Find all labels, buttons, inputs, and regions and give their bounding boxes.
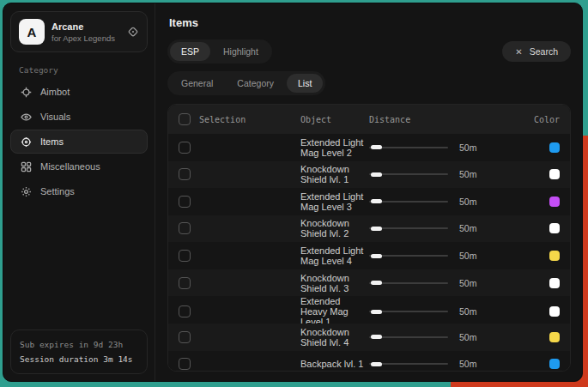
slider-thumb-icon[interactable] — [371, 335, 382, 339]
color-swatch[interactable] — [549, 169, 560, 179]
sidebar-item-items[interactable]: Items — [10, 130, 148, 154]
object-name: Extended Light Mag Level 2 — [300, 137, 369, 158]
object-name: Knockdown Shield lvl. 4 — [300, 327, 369, 348]
select-all-checkbox[interactable] — [179, 113, 191, 125]
sidebar-item-label: Miscellaneous — [40, 161, 100, 172]
main-content: Items ESP Highlight ✕ Search General Cat… — [155, 3, 582, 381]
distance-value: 50m — [459, 306, 476, 317]
sidebar-item-visuals[interactable]: Visuals — [10, 105, 148, 129]
distance-value: 50m — [459, 197, 476, 207]
feature-tabs: ESP Highlight — [167, 39, 272, 63]
distance-slider[interactable] — [369, 279, 448, 287]
slider-thumb-icon[interactable] — [371, 281, 382, 285]
app-title: Arcane — [52, 21, 115, 32]
distance-slider[interactable] — [369, 143, 448, 152]
distance-value: 50m — [459, 359, 476, 369]
column-header-color: Color — [522, 115, 560, 124]
row-checkbox[interactable] — [179, 142, 191, 154]
distance-slider[interactable] — [369, 197, 448, 206]
color-swatch[interactable] — [549, 306, 560, 317]
tab-list[interactable]: List — [287, 74, 323, 93]
table-header: Selection Object Distance Color — [168, 105, 570, 134]
row-checkbox[interactable] — [179, 168, 191, 180]
slider-thumb-icon[interactable] — [371, 310, 382, 314]
table-row: Knockdown Shield lvl. 4 50m — [168, 324, 570, 351]
sidebar: A Arcane for Apex Legends Category Aimbo… — [3, 3, 155, 381]
slider-thumb-icon[interactable] — [371, 362, 382, 366]
color-swatch[interactable] — [549, 223, 560, 233]
slider-thumb-icon[interactable] — [371, 199, 382, 203]
sidebar-item-label: Aimbot — [40, 87, 70, 97]
color-swatch[interactable] — [549, 332, 560, 342]
grid-icon — [20, 160, 32, 172]
slider-thumb-icon[interactable] — [371, 172, 382, 177]
color-swatch[interactable] — [549, 197, 560, 207]
sidebar-item-label: Items — [40, 136, 64, 147]
session-info-card: Sub expires in 9d 23h Session duration 3… — [10, 330, 148, 374]
table-row: Knockdown Shield lvl. 1 50m — [168, 161, 570, 189]
tab-highlight[interactable]: Highlight — [212, 42, 270, 61]
row-checkbox[interactable] — [179, 196, 191, 208]
distance-slider[interactable] — [369, 224, 448, 233]
tab-category[interactable]: Category — [226, 74, 285, 93]
table-row: Extended Heavy Mag Level 1 50m — [168, 296, 570, 324]
table-row: Extended Light Mag Level 2 50m — [168, 134, 570, 161]
column-header-object: Object — [300, 115, 369, 124]
distance-slider[interactable] — [369, 251, 448, 260]
sidebar-item-settings[interactable]: Settings — [10, 179, 148, 203]
search-button-label: Search — [530, 46, 558, 57]
sub-expiry-text: Sub expires in 9d 23h — [20, 337, 138, 352]
table-row: Backpack lvl. 1 50m — [168, 351, 570, 372]
color-swatch[interactable] — [549, 251, 560, 261]
eye-icon — [20, 111, 32, 123]
slider-thumb-icon[interactable] — [371, 227, 382, 231]
row-checkbox[interactable] — [179, 305, 191, 317]
object-name: Extended Light Mag Level 3 — [300, 191, 369, 212]
color-swatch[interactable] — [549, 359, 560, 369]
distance-slider[interactable] — [369, 360, 448, 368]
color-swatch[interactable] — [549, 142, 560, 153]
app-logo: A — [19, 19, 45, 45]
row-checkbox[interactable] — [179, 222, 191, 234]
search-button[interactable]: ✕ Search — [502, 41, 571, 62]
row-checkbox[interactable] — [179, 358, 191, 370]
distance-value: 50m — [459, 142, 476, 153]
gear-icon — [20, 185, 32, 197]
app-window: A Arcane for Apex Legends Category Aimbo… — [3, 3, 583, 382]
app-subtitle: for Apex Legends — [52, 33, 115, 43]
tab-general[interactable]: General — [170, 74, 224, 93]
brand-card: A Arcane for Apex Legends — [10, 11, 148, 52]
object-name: Knockdown Shield lvl. 2 — [300, 218, 369, 239]
category-section-label: Category — [19, 65, 155, 75]
distance-value: 50m — [459, 278, 476, 288]
row-checkbox[interactable] — [179, 277, 191, 289]
object-name: Extended Light Mag Level 4 — [300, 245, 369, 266]
sidebar-item-miscellaneous[interactable]: Miscellaneous — [10, 154, 148, 178]
color-swatch[interactable] — [549, 278, 560, 288]
distance-value: 50m — [459, 332, 476, 342]
tab-esp[interactable]: ESP — [170, 42, 210, 61]
distance-slider[interactable] — [369, 170, 448, 178]
distance-value: 50m — [459, 251, 476, 261]
distance-slider[interactable] — [369, 307, 448, 316]
sidebar-item-label: Visuals — [40, 112, 70, 122]
crosshair-icon — [20, 86, 32, 98]
sidebar-nav: Aimbot Visuals Items Miscellaneous Setti… — [3, 80, 155, 204]
column-header-selection: Selection — [199, 115, 246, 124]
table-body: Extended Light Mag Level 2 50m Knockdown… — [168, 134, 570, 372]
object-name: Knockdown Shield lvl. 1 — [300, 164, 369, 184]
view-tabs: General Category List — [167, 71, 325, 95]
distance-slider[interactable] — [369, 333, 448, 342]
table-row: Knockdown Shield lvl. 3 50m — [168, 269, 570, 297]
slider-thumb-icon[interactable] — [371, 145, 382, 149]
diamond-badge-icon[interactable] — [127, 26, 139, 38]
sidebar-item-aimbot[interactable]: Aimbot — [10, 80, 148, 104]
session-duration-text: Session duration 3m 14s — [20, 352, 138, 366]
items-table: Selection Object Distance Color Extended… — [167, 104, 571, 372]
page-title: Items — [169, 16, 571, 29]
slider-thumb-icon[interactable] — [371, 254, 382, 258]
table-row: Extended Light Mag Level 3 50m — [168, 188, 570, 215]
row-checkbox[interactable] — [179, 250, 191, 262]
sidebar-item-label: Settings — [40, 186, 75, 197]
row-checkbox[interactable] — [179, 331, 191, 343]
